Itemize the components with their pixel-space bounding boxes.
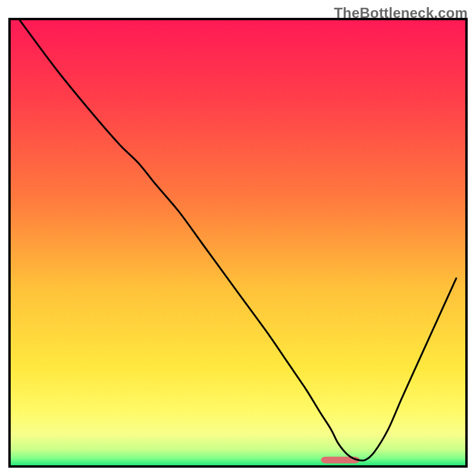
optimal-marker (321, 456, 359, 463)
gradient-background (11, 20, 465, 465)
plot-frame (8, 18, 468, 468)
plot-svg (11, 20, 465, 465)
watermark-text: TheBottleneck.com (334, 5, 468, 21)
chart-root: TheBottleneck.com (0, 0, 476, 476)
